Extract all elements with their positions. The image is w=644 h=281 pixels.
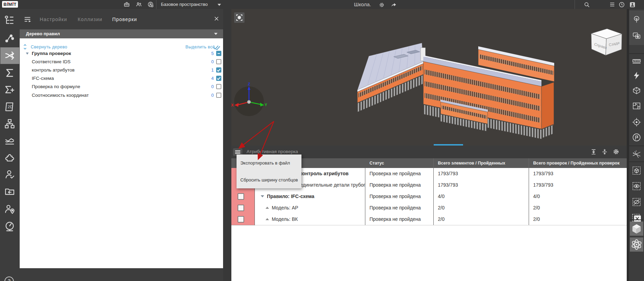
settings-gear-icon[interactable] [378,1,385,8]
tree-row-label: IFC-схема [32,74,54,83]
tree-row-count: 5 [200,49,214,58]
collapse-tree-icon[interactable] [22,44,28,50]
close-icon[interactable] [213,16,220,22]
row-checks: 1793/793 [529,179,627,191]
row-select-cell[interactable] [231,191,255,203]
share-forward-icon[interactable] [390,1,397,8]
axes-cross-icon[interactable]: 12 [632,150,641,159]
tree-row-ids[interactable]: Соответствие IDS 0 [20,58,223,66]
viewport-3d[interactable]: Z Y X Справа Сзади [231,9,627,146]
tree-row-label: контроль атрибутов [32,66,75,74]
row-select-cell[interactable] [231,202,255,214]
history-icon[interactable] [618,1,625,8]
svg-text:2D: 2D [8,105,12,109]
locate-icon[interactable] [632,118,641,127]
workspace-selector[interactable]: Базовое пространство [161,0,208,9]
tree-panel-titlebar[interactable]: Дерево правил [20,29,223,38]
selection-show-icon[interactable] [632,181,641,191]
tree-row-formula[interactable]: Проверка по формуле 0 [20,83,223,91]
chevron-down-icon[interactable] [26,53,29,55]
chevron-up-icon[interactable] [266,218,269,220]
tree-row-count: 0 [200,83,214,91]
left-panel-header: Настройки Коллизии Проверки [20,9,223,29]
charts-icon[interactable] [4,135,16,147]
user-check-icon[interactable] [4,169,16,180]
table-settings-icon[interactable] [612,148,620,156]
scene-tree-icon[interactable] [632,15,641,24]
checkbox-unchecked[interactable] [216,84,221,89]
right-gap [627,9,629,281]
list-icon[interactable] [609,1,616,8]
export-folder-icon[interactable] [4,186,16,197]
quick-actions-icon[interactable] [632,71,641,80]
dashboard-gauge-icon[interactable] [4,221,16,232]
axis-gizmo[interactable]: Z Y X [229,82,269,121]
isolate-selection-icon[interactable] [632,31,641,40]
selection-box-icon[interactable] [632,166,641,175]
2d-view-icon[interactable]: 2D [4,101,16,113]
row-checkbox[interactable] [238,193,244,200]
floor-plan-icon[interactable] [632,101,641,111]
checkbox-checked[interactable] [216,67,221,73]
collapse-tree-link[interactable]: Свернуть дерево [31,45,67,49]
row-select-cell[interactable] [231,214,255,225]
chevron-up-icon[interactable] [266,207,269,209]
user-location-icon[interactable] [4,203,16,215]
tree-row-count: 0 [200,58,214,66]
sum-add-icon[interactable] [4,84,16,96]
tree-row-attributes[interactable]: контроль атрибутов 1 [20,66,223,74]
row-checkbox[interactable] [238,205,244,211]
focus-model-button[interactable] [234,12,244,23]
solid-view-cell[interactable] [630,222,643,236]
panel-menu-icon[interactable] [23,15,32,24]
checkbox-unchecked[interactable] [216,93,221,98]
scheme-icon[interactable] [4,118,16,130]
tree-row-group[interactable]: Группа проверок 5 [20,49,223,58]
select-all-link[interactable]: Выделить всё [185,45,215,49]
help-button[interactable]: ? [4,277,14,281]
chevron-down-icon[interactable] [261,195,264,197]
dependencies-icon[interactable] [4,32,16,44]
briefcase-icon[interactable] [123,1,130,8]
panel-splitter[interactable] [223,9,231,281]
app-logo[interactable]: BıMıT [2,1,18,8]
table-row[interactable]: Правило: IFC-схема Проверка не пройдена … [231,191,627,203]
header-checks-col[interactable]: Всего проверок / Пройденных проверок [529,158,627,168]
user-shield-icon[interactable] [147,1,154,8]
checkbox-checked[interactable] [216,76,221,81]
table-row[interactable]: Модель: АР Проверка не пройдена 2/0 2/0 [231,202,627,214]
axis-z-label: Z [248,82,250,86]
tree-row-ifc[interactable]: IFC-схема 4 [20,74,223,83]
clash-shuffle-icon[interactable] [4,50,16,62]
row-status: Проверка не пройдена [365,191,434,202]
tab-settings[interactable]: Настройки [40,16,67,23]
tab-collisions[interactable]: Коллизии [78,16,102,23]
structure-tree-icon[interactable] [4,14,16,26]
navigation-cube[interactable]: Справа Сзади [587,27,625,57]
row-checkbox[interactable] [238,216,244,223]
menu-item-reset-columns[interactable]: Сбросить ширину столбцов [237,171,301,188]
flags-icon[interactable] [632,133,641,142]
ruler-icon[interactable] [632,56,641,66]
team-icon[interactable] [135,1,142,8]
fit-columns-icon[interactable] [601,148,608,155]
fit-height-icon[interactable] [590,148,597,155]
sum-icon[interactable] [4,67,16,79]
chevron-down-icon[interactable] [218,4,221,6]
section-box-icon[interactable] [632,86,641,95]
table-row[interactable]: Модель: ВК Проверка не пройдена 2/0 2/0 [231,214,627,225]
plugins-icon[interactable] [4,152,16,163]
account-icon[interactable] [629,1,636,8]
row-checks: 1793/793 [529,168,627,179]
row-checks: 2/0 [529,202,627,214]
tab-checks[interactable]: Проверки [112,16,137,23]
orbit-view-cell[interactable] [630,237,643,252]
selection-hide-icon[interactable] [632,197,641,207]
row-name: Модель: ВК [272,216,298,222]
checkbox-indeterminate[interactable] [216,51,221,56]
tree-row-coords[interactable]: Соотносимость координат 0 [20,91,223,100]
search-icon[interactable] [584,1,590,8]
checkbox-unchecked[interactable] [216,59,221,64]
header-status-col[interactable]: Статус [365,158,434,168]
menu-item-export[interactable]: Экспортировать в файл [237,154,301,171]
